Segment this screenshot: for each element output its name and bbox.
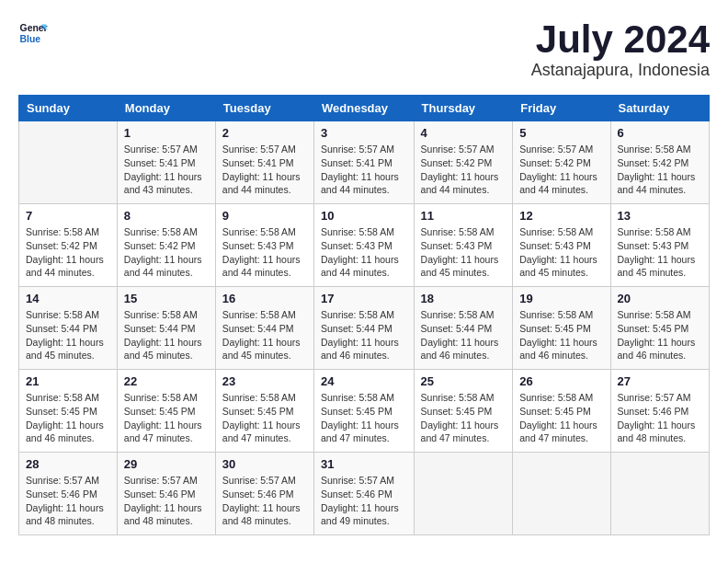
day-info: Sunrise: 5:58 AM Sunset: 5:44 PM Dayligh… [124, 308, 209, 362]
day-number: 20 [618, 292, 702, 305]
calendar-title: July 2024 [531, 18, 710, 61]
calendar-cell: 5Sunrise: 5:57 AM Sunset: 5:42 PM Daylig… [513, 121, 610, 204]
day-info: Sunrise: 5:57 AM Sunset: 5:46 PM Dayligh… [124, 474, 209, 528]
day-info: Sunrise: 5:57 AM Sunset: 5:46 PM Dayligh… [26, 474, 110, 528]
logo-icon: General Blue [18, 18, 48, 48]
day-info: Sunrise: 5:57 AM Sunset: 5:41 PM Dayligh… [222, 143, 307, 197]
day-info: Sunrise: 5:57 AM Sunset: 5:42 PM Dayligh… [519, 143, 603, 197]
calendar-cell: 16Sunrise: 5:58 AM Sunset: 5:44 PM Dayli… [215, 287, 313, 370]
day-info: Sunrise: 5:58 AM Sunset: 5:45 PM Dayligh… [421, 391, 506, 445]
weekday-header: Saturday [610, 96, 709, 121]
day-info: Sunrise: 5:58 AM Sunset: 5:42 PM Dayligh… [26, 225, 110, 280]
day-info: Sunrise: 5:58 AM Sunset: 5:44 PM Dayligh… [222, 308, 307, 362]
weekday-header: Tuesday [215, 96, 313, 121]
day-number: 2 [222, 126, 307, 140]
day-info: Sunrise: 5:57 AM Sunset: 5:46 PM Dayligh… [618, 391, 702, 445]
day-info: Sunrise: 5:58 AM Sunset: 5:42 PM Dayligh… [124, 225, 209, 280]
day-number: 7 [26, 209, 110, 223]
day-number: 6 [618, 126, 702, 140]
day-number: 9 [222, 209, 307, 223]
day-number: 18 [421, 292, 506, 305]
day-number: 16 [222, 292, 307, 305]
day-number: 24 [321, 374, 407, 388]
calendar-cell: 21Sunrise: 5:58 AM Sunset: 5:45 PM Dayli… [19, 370, 118, 453]
day-number: 29 [124, 457, 209, 471]
calendar-cell: 18Sunrise: 5:58 AM Sunset: 5:44 PM Dayli… [414, 287, 513, 370]
calendar-cell: 4Sunrise: 5:57 AM Sunset: 5:42 PM Daylig… [414, 121, 513, 204]
calendar-cell: 22Sunrise: 5:58 AM Sunset: 5:45 PM Dayli… [117, 370, 215, 453]
title-section: July 2024 Astanajapura, Indonesia [531, 18, 710, 80]
day-number: 15 [124, 292, 209, 305]
day-number: 23 [222, 374, 307, 388]
weekday-header: Wednesday [314, 96, 415, 121]
calendar-cell: 25Sunrise: 5:58 AM Sunset: 5:45 PM Dayli… [414, 370, 513, 453]
day-info: Sunrise: 5:57 AM Sunset: 5:41 PM Dayligh… [321, 143, 407, 197]
calendar-cell: 13Sunrise: 5:58 AM Sunset: 5:43 PM Dayli… [610, 204, 709, 287]
calendar-cell: 14Sunrise: 5:58 AM Sunset: 5:44 PM Dayli… [19, 287, 118, 370]
calendar-cell: 19Sunrise: 5:58 AM Sunset: 5:45 PM Dayli… [513, 287, 610, 370]
day-info: Sunrise: 5:58 AM Sunset: 5:42 PM Dayligh… [618, 143, 702, 197]
day-info: Sunrise: 5:58 AM Sunset: 5:45 PM Dayligh… [519, 391, 603, 445]
weekday-header: Friday [513, 96, 610, 121]
calendar-cell: 6Sunrise: 5:58 AM Sunset: 5:42 PM Daylig… [610, 121, 709, 204]
calendar-cell: 9Sunrise: 5:58 AM Sunset: 5:43 PM Daylig… [215, 204, 313, 287]
calendar-week-row: 21Sunrise: 5:58 AM Sunset: 5:45 PM Dayli… [19, 370, 710, 453]
calendar-cell: 1Sunrise: 5:57 AM Sunset: 5:41 PM Daylig… [117, 121, 215, 204]
weekday-header: Thursday [414, 96, 513, 121]
calendar-cell: 3Sunrise: 5:57 AM Sunset: 5:41 PM Daylig… [314, 121, 415, 204]
calendar-subtitle: Astanajapura, Indonesia [531, 61, 710, 80]
weekday-header-row: SundayMondayTuesdayWednesdayThursdayFrid… [19, 96, 710, 121]
day-number: 19 [519, 292, 603, 305]
day-info: Sunrise: 5:58 AM Sunset: 5:45 PM Dayligh… [618, 308, 702, 362]
calendar-cell: 24Sunrise: 5:58 AM Sunset: 5:45 PM Dayli… [314, 370, 415, 453]
day-info: Sunrise: 5:58 AM Sunset: 5:44 PM Dayligh… [26, 308, 110, 362]
day-number: 22 [124, 374, 209, 388]
calendar-week-row: 28Sunrise: 5:57 AM Sunset: 5:46 PM Dayli… [19, 453, 710, 535]
calendar-cell: 15Sunrise: 5:58 AM Sunset: 5:44 PM Dayli… [117, 287, 215, 370]
calendar-week-row: 14Sunrise: 5:58 AM Sunset: 5:44 PM Dayli… [19, 287, 710, 370]
day-info: Sunrise: 5:58 AM Sunset: 5:45 PM Dayligh… [222, 391, 307, 445]
weekday-header: Monday [117, 96, 215, 121]
day-info: Sunrise: 5:58 AM Sunset: 5:45 PM Dayligh… [519, 308, 603, 362]
calendar-cell: 28Sunrise: 5:57 AM Sunset: 5:46 PM Dayli… [19, 453, 118, 535]
day-info: Sunrise: 5:57 AM Sunset: 5:46 PM Dayligh… [222, 474, 307, 528]
calendar-cell: 23Sunrise: 5:58 AM Sunset: 5:45 PM Dayli… [215, 370, 313, 453]
calendar-cell [513, 453, 610, 535]
day-number: 27 [618, 374, 702, 388]
day-info: Sunrise: 5:58 AM Sunset: 5:43 PM Dayligh… [321, 225, 407, 280]
day-info: Sunrise: 5:57 AM Sunset: 5:42 PM Dayligh… [421, 143, 506, 197]
calendar-cell: 7Sunrise: 5:58 AM Sunset: 5:42 PM Daylig… [19, 204, 118, 287]
calendar-table: SundayMondayTuesdayWednesdayThursdayFrid… [18, 95, 710, 535]
calendar-cell: 30Sunrise: 5:57 AM Sunset: 5:46 PM Dayli… [215, 453, 313, 535]
day-number: 26 [519, 374, 603, 388]
day-number: 11 [421, 209, 506, 223]
day-number: 25 [421, 374, 506, 388]
day-number: 10 [321, 209, 407, 223]
logo: General Blue [18, 18, 48, 48]
day-number: 8 [124, 209, 209, 223]
day-info: Sunrise: 5:58 AM Sunset: 5:45 PM Dayligh… [26, 391, 110, 445]
day-info: Sunrise: 5:58 AM Sunset: 5:44 PM Dayligh… [421, 308, 506, 362]
day-number: 30 [222, 457, 307, 471]
day-number: 28 [26, 457, 110, 471]
calendar-cell: 26Sunrise: 5:58 AM Sunset: 5:45 PM Dayli… [513, 370, 610, 453]
day-number: 14 [26, 292, 110, 305]
day-number: 13 [618, 209, 702, 223]
calendar-cell: 27Sunrise: 5:57 AM Sunset: 5:46 PM Dayli… [610, 370, 709, 453]
day-info: Sunrise: 5:58 AM Sunset: 5:45 PM Dayligh… [321, 391, 407, 445]
calendar-cell: 2Sunrise: 5:57 AM Sunset: 5:41 PM Daylig… [215, 121, 313, 204]
day-number: 21 [26, 374, 110, 388]
day-number: 3 [321, 126, 407, 140]
calendar-cell: 8Sunrise: 5:58 AM Sunset: 5:42 PM Daylig… [117, 204, 215, 287]
day-info: Sunrise: 5:58 AM Sunset: 5:43 PM Dayligh… [519, 225, 603, 280]
day-number: 17 [321, 292, 407, 305]
calendar-cell: 31Sunrise: 5:57 AM Sunset: 5:46 PM Dayli… [314, 453, 415, 535]
calendar-cell: 29Sunrise: 5:57 AM Sunset: 5:46 PM Dayli… [117, 453, 215, 535]
svg-text:Blue: Blue [20, 34, 41, 44]
day-info: Sunrise: 5:58 AM Sunset: 5:44 PM Dayligh… [321, 308, 407, 362]
weekday-header: Sunday [19, 96, 118, 121]
day-info: Sunrise: 5:57 AM Sunset: 5:41 PM Dayligh… [124, 143, 209, 197]
calendar-cell: 10Sunrise: 5:58 AM Sunset: 5:43 PM Dayli… [314, 204, 415, 287]
day-info: Sunrise: 5:58 AM Sunset: 5:45 PM Dayligh… [124, 391, 209, 445]
day-info: Sunrise: 5:58 AM Sunset: 5:43 PM Dayligh… [222, 225, 307, 280]
